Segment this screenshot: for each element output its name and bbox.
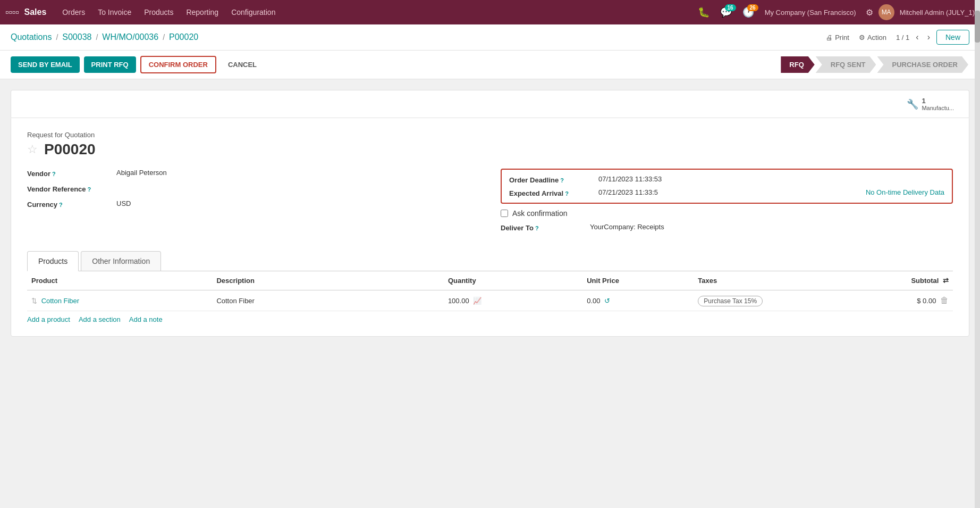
pipeline-rfq[interactable]: RFQ <box>781 56 814 73</box>
deliver-to-value[interactable]: YourCompany: Receipts <box>590 223 953 231</box>
breadcrumb-quotations[interactable]: Quotations <box>11 32 52 42</box>
ask-confirmation-row: Ask confirmation <box>501 209 953 218</box>
form-card: Request for Quotation ☆ P00020 Vendor ? … <box>11 118 969 337</box>
col-quantity: Quantity <box>444 271 582 290</box>
title-row: ☆ P00020 <box>27 141 953 158</box>
smart-button-bar: 🔧 1 Manufactu... <box>11 90 969 118</box>
subtotal-settings-icon[interactable]: ⇄ <box>943 277 949 285</box>
order-deadline-value[interactable]: 07/11/2023 11:33:53 <box>598 175 944 183</box>
main-content: 🔧 1 Manufactu... Request for Quotation ☆… <box>0 79 980 347</box>
status-pipeline: RFQ RFQ SENT PURCHASE ORDER <box>781 56 969 73</box>
nav-orders[interactable]: Orders <box>57 5 90 20</box>
vendor-label: Vendor ? <box>27 169 112 178</box>
pipeline-rfq-sent[interactable]: RFQ SENT <box>816 56 876 73</box>
user-name: Mitchell Admin (JULY_1) <box>900 9 975 16</box>
ask-confirmation-label: Ask confirmation <box>512 209 567 218</box>
scrollbar[interactable] <box>975 0 980 347</box>
ask-confirmation-checkbox[interactable] <box>501 210 508 217</box>
user-avatar: MA <box>878 4 894 20</box>
row-unit-price: 0.00 ↺ <box>582 290 694 311</box>
delete-row-icon[interactable]: 🗑 <box>940 296 949 305</box>
tab-other-information[interactable]: Other Information <box>81 251 161 271</box>
debug-icon[interactable]: 🐛 <box>694 4 714 20</box>
next-arrow[interactable]: › <box>925 32 932 42</box>
nav-configuration[interactable]: Configuration <box>226 5 281 20</box>
new-button[interactable]: New <box>936 30 969 45</box>
vendor-value[interactable]: Abigail Peterson <box>116 169 479 177</box>
wrench-icon: 🔧 <box>907 98 918 110</box>
print-rfq-button[interactable]: PRINT RFQ <box>84 56 136 73</box>
product-name[interactable]: Cotton Fiber <box>41 297 80 305</box>
manufacture-smart-button[interactable]: 🔧 1 Manufactu... <box>902 95 958 113</box>
confirm-order-button[interactable]: CONFIRM ORDER <box>140 56 216 73</box>
row-product: ⇅ Cotton Fiber <box>27 290 212 311</box>
vendor-help-icon[interactable]: ? <box>52 171 56 177</box>
nav-products[interactable]: Products <box>139 5 179 20</box>
row-description[interactable]: Cotton Fiber <box>212 290 444 311</box>
settings-icon[interactable]: ⚙ <box>866 7 873 18</box>
breadcrumb-sep-3: / <box>163 33 165 41</box>
col-unit-price: Unit Price <box>582 271 694 290</box>
sort-handle[interactable]: ⇅ <box>31 297 37 305</box>
manufacture-count: 1 <box>922 97 954 105</box>
activity-badge: 26 <box>747 4 758 11</box>
prev-arrow[interactable]: ‹ <box>914 32 920 42</box>
expected-arrival-row: Expected Arrival ? 07/21/2023 11:33:5 No… <box>509 188 944 197</box>
vendor-field-row: Vendor ? Abigail Peterson <box>27 169 479 178</box>
deliver-to-help-icon[interactable]: ? <box>535 225 539 231</box>
nav-reporting[interactable]: Reporting <box>181 5 224 20</box>
reset-price-icon[interactable]: ↺ <box>604 297 610 305</box>
col-description: Description <box>212 271 444 290</box>
col-product: Product <box>27 271 212 290</box>
expected-arrival-label: Expected Arrival ? <box>509 188 594 197</box>
nav-to-invoice[interactable]: To Invoice <box>92 5 137 20</box>
col-subtotal: Subtotal ⇄ <box>860 271 953 290</box>
tab-products[interactable]: Products <box>27 251 79 271</box>
add-section-link[interactable]: Add a section <box>79 315 121 323</box>
breadcrumb-bar: Quotations / S00038 / WH/MO/00036 / P000… <box>0 24 980 51</box>
breadcrumb-s00038[interactable]: S00038 <box>62 32 91 42</box>
brand-label: Sales <box>24 7 47 17</box>
vendor-ref-help-icon[interactable]: ? <box>88 186 91 193</box>
activity-icon[interactable]: 🕐 26 <box>738 4 758 20</box>
breadcrumb-whmo[interactable]: WH/MO/00036 <box>102 32 158 42</box>
add-product-link[interactable]: Add a product <box>27 315 70 323</box>
currency-value[interactable]: USD <box>116 199 479 207</box>
print-button[interactable]: 🖨 Print <box>826 34 849 41</box>
tax-tag[interactable]: Purchase Tax 15% <box>698 296 763 306</box>
favorite-star[interactable]: ☆ <box>27 143 38 156</box>
table-row: ⇅ Cotton Fiber Cotton Fiber 100.00 📈 0.0… <box>27 290 953 311</box>
top-navigation: ▫▫▫▫ Sales Orders To Invoice Products Re… <box>0 0 980 24</box>
send-by-email-button[interactable]: SEND BY EMAIL <box>11 56 80 73</box>
grid-icon[interactable]: ▫▫▫▫ <box>5 7 19 18</box>
cancel-button[interactable]: CANCEL <box>221 56 264 73</box>
breadcrumb-sep-1: / <box>56 33 58 41</box>
deadline-box: Order Deadline ? 07/11/2023 11:33:53 Exp… <box>501 169 953 204</box>
messages-badge: 16 <box>725 4 736 11</box>
row-subtotal: $ 0.00 🗑 <box>860 290 953 311</box>
col-taxes: Taxes <box>694 271 860 290</box>
tabs-header: Products Other Information <box>27 251 953 271</box>
quantity-chart-icon[interactable]: 📈 <box>473 297 481 305</box>
add-links: Add a product Add a section Add a note <box>27 315 953 323</box>
currency-help-icon[interactable]: ? <box>59 202 63 208</box>
scrollbar-thumb[interactable] <box>975 11 980 43</box>
action-button[interactable]: ⚙ Action <box>859 34 886 41</box>
order-deadline-label: Order Deadline ? <box>509 175 594 184</box>
products-table: Product Description Quantity Unit Price … <box>27 271 953 311</box>
add-note-link[interactable]: Add a note <box>129 315 163 323</box>
gear-icon: ⚙ <box>859 34 865 41</box>
vendor-ref-field-row: Vendor Reference ? <box>27 184 479 193</box>
expected-arrival-help-icon[interactable]: ? <box>565 190 569 197</box>
order-deadline-help-icon[interactable]: ? <box>560 177 564 184</box>
document-id: P00020 <box>44 141 96 158</box>
form-right: Order Deadline ? 07/11/2023 11:33:53 Exp… <box>501 169 953 238</box>
pipeline-purchase-order[interactable]: PURCHASE ORDER <box>877 56 968 73</box>
row-quantity: 100.00 📈 <box>444 290 582 311</box>
expected-arrival-value[interactable]: 07/21/2023 11:33:5 <box>598 188 860 196</box>
currency-field-row: Currency ? USD <box>27 199 479 209</box>
messages-icon[interactable]: 💬 16 <box>716 4 736 20</box>
form-body: Vendor ? Abigail Peterson Vendor Referen… <box>27 169 953 238</box>
no-delivery-label: No On-time Delivery Data <box>866 188 944 196</box>
form-left: Vendor ? Abigail Peterson Vendor Referen… <box>27 169 479 238</box>
